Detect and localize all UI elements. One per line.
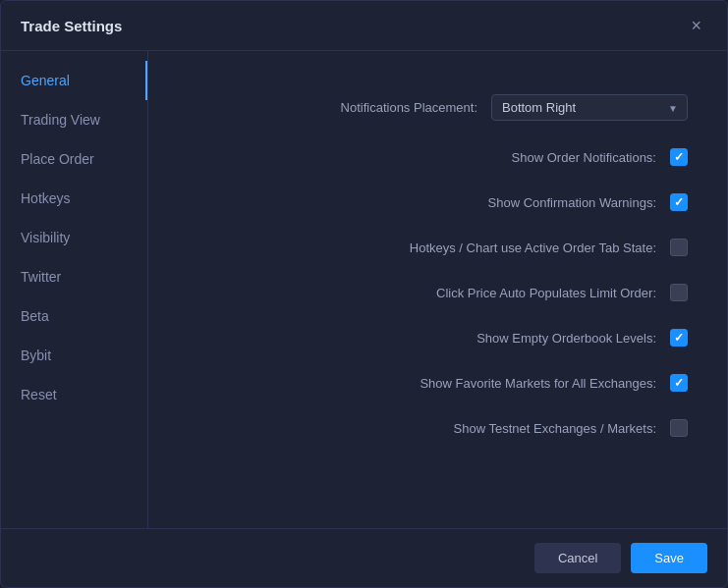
notifications-placement-select[interactable]: Bottom Right Top Left Top Right Bottom L…: [491, 94, 688, 121]
show-empty-orderbook-label: Show Empty Orderbook Levels:: [476, 331, 656, 346]
hotkeys-chart-label: Hotkeys / Chart use Active Order Tab Sta…: [410, 241, 656, 255]
show-favorite-markets-label: Show Favorite Markets for All Exchanges:: [420, 376, 656, 391]
close-button[interactable]: ×: [685, 15, 707, 36]
dialog-header: Trade Settings ×: [1, 1, 727, 51]
dialog-footer: Cancel Save: [1, 528, 727, 587]
show-testnet-checkbox[interactable]: [670, 419, 688, 437]
click-price-checkbox[interactable]: [670, 284, 688, 301]
show-testnet-row: Show Testnet Exchanges / Markets:: [188, 405, 688, 451]
notifications-placement-label: Notifications Placement:: [341, 100, 477, 115]
show-empty-orderbook-row: Show Empty Orderbook Levels:: [188, 315, 688, 360]
hotkeys-chart-row: Hotkeys / Chart use Active Order Tab Sta…: [188, 225, 688, 270]
sidebar: General Trading View Place Order Hotkeys…: [1, 51, 148, 528]
show-order-notifications-checkbox[interactable]: [670, 148, 688, 166]
dialog-title: Trade Settings: [21, 18, 122, 34]
show-confirmation-warnings-row: Show Confirmation Warnings:: [188, 180, 688, 225]
sidebar-item-twitter[interactable]: Twitter: [1, 257, 147, 296]
click-price-label: Click Price Auto Populates Limit Order:: [436, 286, 656, 300]
show-confirmation-warnings-checkbox[interactable]: [670, 193, 688, 211]
show-confirmation-warnings-label: Show Confirmation Warnings:: [488, 195, 656, 210]
show-favorite-markets-checkbox[interactable]: [670, 374, 688, 392]
cancel-button[interactable]: Cancel: [534, 543, 621, 573]
hotkeys-chart-checkbox[interactable]: [670, 239, 688, 256]
sidebar-item-general[interactable]: General: [1, 61, 147, 100]
show-order-notifications-row: Show Order Notifications:: [188, 134, 688, 180]
trade-settings-dialog: Trade Settings × General Trading View Pl…: [0, 0, 728, 588]
sidebar-item-hotkeys[interactable]: Hotkeys: [1, 179, 147, 218]
show-testnet-label: Show Testnet Exchanges / Markets:: [454, 421, 656, 436]
sidebar-item-beta[interactable]: Beta: [1, 296, 147, 336]
sidebar-item-reset[interactable]: Reset: [1, 375, 147, 414]
show-favorite-markets-row: Show Favorite Markets for All Exchanges:: [188, 360, 688, 405]
sidebar-item-trading-view[interactable]: Trading View: [1, 100, 147, 139]
save-button[interactable]: Save: [631, 543, 707, 573]
sidebar-item-visibility[interactable]: Visibility: [1, 218, 147, 257]
show-order-notifications-label: Show Order Notifications:: [512, 150, 656, 165]
dialog-body: General Trading View Place Order Hotkeys…: [1, 51, 727, 528]
notifications-placement-control: Bottom Right Top Left Top Right Bottom L…: [491, 94, 688, 121]
settings-content: Notifications Placement: Bottom Right To…: [148, 51, 727, 528]
click-price-row: Click Price Auto Populates Limit Order:: [188, 270, 688, 315]
show-empty-orderbook-checkbox[interactable]: [670, 329, 688, 347]
sidebar-item-place-order[interactable]: Place Order: [1, 139, 147, 179]
sidebar-item-bybit[interactable]: Bybit: [1, 336, 147, 375]
notifications-placement-row: Notifications Placement: Bottom Right To…: [188, 80, 688, 134]
